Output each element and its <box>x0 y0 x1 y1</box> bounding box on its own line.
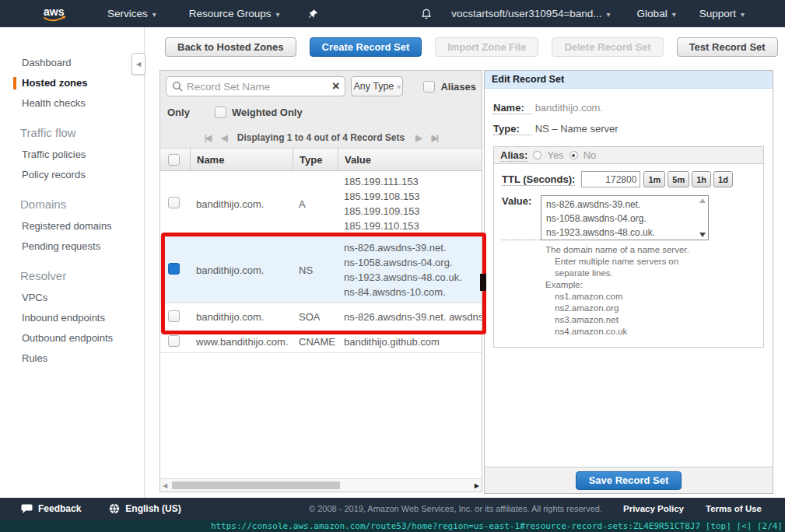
aws-logo-icon: aws <box>40 5 70 23</box>
name-value: bandithijo.com. <box>535 102 603 114</box>
type-filter-value: Any Type <box>353 81 394 92</box>
sidebar-item-rules[interactable]: Rules <box>0 348 144 369</box>
language-selector[interactable]: English (US) <box>109 503 180 514</box>
record-type: SOA <box>293 311 338 323</box>
sidebar-item-inbound-endpoints[interactable]: Inbound endpoints <box>0 308 144 328</box>
record-sets-panel: × Any Type Aliases Only Weighted Only |◀… <box>159 70 482 492</box>
record-row-cname[interactable]: www.bandithijo.com.CNAMEbandithijo.githu… <box>160 331 482 353</box>
scroll-right-icon[interactable]: ▶ <box>475 482 479 489</box>
pagination-next-icon[interactable]: ▶ <box>415 133 420 143</box>
sidebar-item-pending-requests[interactable]: Pending requests <box>0 236 144 257</box>
ttl-1d-button[interactable]: 1d <box>713 171 733 187</box>
terms-of-use-link[interactable]: Terms of Use <box>706 504 762 513</box>
nav-region-menu[interactable]: Global <box>637 8 676 19</box>
scrollbar-thumb[interactable] <box>172 481 340 489</box>
row-checkbox[interactable] <box>168 197 180 208</box>
browser-status-bar: https://console.aws.amazon.com/route53/h… <box>0 520 785 532</box>
select-all-checkbox[interactable] <box>168 154 180 166</box>
record-name: bandithijo.com. <box>190 198 293 210</box>
type-value: NS – Name server <box>535 123 619 135</box>
nav-resource-groups-menu[interactable]: Resource Groups <box>189 8 280 19</box>
weighted-only-label: Weighted Only <box>232 107 303 118</box>
ttl-preset-buttons: 1m5m1h1d <box>643 171 733 187</box>
row-checkbox[interactable] <box>168 263 180 275</box>
sidebar-collapse-button[interactable] <box>131 53 145 75</box>
nav-resource-groups-label: Resource Groups <box>189 8 272 19</box>
nav-services-menu[interactable]: Services <box>107 8 156 19</box>
globe-icon <box>109 503 120 514</box>
sidebar-item-vpcs[interactable]: VPCs <box>0 288 144 308</box>
svg-text:aws: aws <box>44 5 65 18</box>
ttl-input[interactable] <box>581 171 640 187</box>
value-textarea[interactable]: ns-826.awsdns-39.net.ns-1058.awsdns-04.o… <box>541 195 709 240</box>
speech-bubble-icon <box>21 504 33 514</box>
sidebar-item-policy-records[interactable]: Policy records <box>0 165 144 185</box>
record-values: bandithijo.github.com <box>338 331 482 352</box>
edit-panel-title: Edit Record Set <box>485 71 773 89</box>
sidebar-item-dashboard[interactable]: Dashboard <box>0 53 144 73</box>
pagination-first-icon[interactable]: |◀ <box>205 133 211 143</box>
test-record-set-button[interactable]: Test Record Set <box>677 37 778 57</box>
pin-icon[interactable] <box>308 9 318 19</box>
search-input[interactable] <box>187 81 332 93</box>
chevron-down-icon <box>741 8 745 19</box>
region-label: Global <box>637 8 668 19</box>
scroll-up-icon[interactable] <box>699 198 706 203</box>
record-set-search-box[interactable]: × <box>166 76 345 96</box>
status-indicators: [top] [<] [2/4] <box>706 521 783 531</box>
back-to-hosted-zones-button[interactable]: Back to Hosted Zones <box>165 37 296 57</box>
aliases-only-checkbox[interactable] <box>423 81 435 93</box>
type-filter-select[interactable]: Any Type <box>351 76 403 96</box>
weighted-only-checkbox[interactable] <box>215 107 226 118</box>
search-icon <box>172 81 183 92</box>
notifications-bell-icon[interactable] <box>420 8 433 20</box>
sidebar-item-outbound-endpoints[interactable]: Outbound endpoints <box>0 328 144 348</box>
ttl-5m-button[interactable]: 5m <box>668 171 689 187</box>
record-type: CNAME <box>293 336 338 348</box>
nav-support-menu[interactable]: Support <box>699 8 745 19</box>
account-name: vocstartsoft/user310954=band... <box>451 8 601 19</box>
name-label: Name: <box>493 102 532 114</box>
feedback-label: Feedback <box>38 503 81 514</box>
scroll-down-icon[interactable] <box>699 233 706 237</box>
row-checkbox[interactable] <box>168 310 180 322</box>
sidebar-item-traffic-policies[interactable]: Traffic policies <box>0 145 144 165</box>
pagination-last-icon[interactable]: ▶| <box>432 133 438 143</box>
copyright-text: © 2008 - 2019, Amazon Web Services, Inc.… <box>309 504 602 513</box>
record-row-soa[interactable]: bandithijo.com.SOAns-826.awsdns-39.net. … <box>160 303 482 331</box>
sidebar-item-health-checks[interactable]: Health checks <box>0 93 144 114</box>
nav-account-menu[interactable]: vocstartsoft/user310954=band... <box>451 8 610 19</box>
record-values: ns-826.awsdns-39.net.ns-1058.awsdns-04.o… <box>338 237 482 303</box>
status-url: https://console.aws.amazon.com/route53/h… <box>211 521 700 531</box>
feedback-button[interactable]: Feedback <box>21 503 81 514</box>
records-table-body: bandithijo.com.A185.199.111.153185.199.1… <box>160 171 482 353</box>
value-label: Value: <box>502 195 541 240</box>
pagination-prev-icon[interactable]: ◀ <box>221 133 226 143</box>
horizontal-scrollbar[interactable]: ◀ ▶ <box>160 478 482 492</box>
row-checkbox[interactable] <box>168 335 180 347</box>
ttl-1m-button[interactable]: 1m <box>643 171 665 187</box>
record-set-toolbar: Back to Hosted ZonesCreate Record SetImp… <box>165 37 785 57</box>
sidebar-item-hosted-zones[interactable]: Hosted zones <box>0 73 144 93</box>
records-table-header: Name Type Value <box>160 149 482 171</box>
support-label: Support <box>699 8 736 19</box>
chevron-down-icon <box>672 8 676 19</box>
record-row-ns[interactable]: bandithijo.com.NSns-826.awsdns-39.net.ns… <box>160 237 482 303</box>
record-values: ns-826.awsdns-39.net. awsdns-ho <box>338 306 482 327</box>
privacy-policy-link[interactable]: Privacy Policy <box>623 504 684 513</box>
sidebar-item-registered-domains[interactable]: Registered domains <box>0 216 144 236</box>
aws-logo[interactable]: aws <box>40 5 70 23</box>
chevron-down-icon <box>397 81 401 92</box>
create-record-set-button[interactable]: Create Record Set <box>310 37 422 57</box>
pagination-status-text: Displaying 1 to 4 out of 4 Record Sets <box>237 132 405 143</box>
record-name: bandithijo.com. <box>190 264 293 276</box>
clear-search-icon[interactable]: × <box>332 80 339 93</box>
scroll-left-icon[interactable]: ◀ <box>163 482 167 489</box>
save-record-set-button[interactable]: Save Record Set <box>576 471 682 490</box>
top-navigation-bar: aws Services Resource Groups vocstartsof… <box>0 0 785 27</box>
record-name: www.bandithijo.com. <box>190 336 293 348</box>
ttl-1h-button[interactable]: 1h <box>692 171 711 187</box>
record-filter-area: × Any Type Aliases Only Weighted Only <box>160 71 482 128</box>
pagination-bar: |◀ ◀ Displaying 1 to 4 out of 4 Record S… <box>160 128 482 149</box>
record-row-a[interactable]: bandithijo.com.A185.199.111.153185.199.1… <box>160 171 482 237</box>
